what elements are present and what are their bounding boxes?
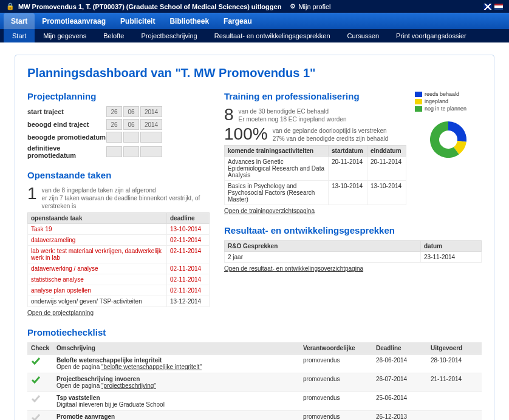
secondary-nav: StartMijn gegevensBelofteProjectbeschrij… — [0, 29, 509, 42]
nav1-tab-promotieaanvraag[interactable]: Promotieaanvraag — [35, 13, 113, 29]
table-row[interactable]: lab werk: test materiaal verkrijgen, daa… — [28, 246, 210, 263]
open-tasks-heading: Openstaande taken — [27, 170, 210, 180]
nav2-tab[interactable]: Start — [4, 29, 35, 42]
table-row[interactable]: dataverwerking / analyse02-11-2014 — [28, 263, 210, 274]
task-deadline: 13-12-2014 — [167, 296, 210, 307]
task-name: lab werk: test materiaal verkrijgen, daa… — [28, 246, 167, 263]
main-panel: Planningsdashboard van "T. MW Promovendu… — [15, 55, 494, 420]
table-row[interactable]: Basics in Psychology and Psychosocial Fa… — [225, 181, 406, 205]
col-end: einddatum — [367, 146, 406, 157]
open-tasks-count: 1 — [27, 185, 37, 202]
task-deadline: 02-11-2014 — [167, 274, 210, 285]
date-year[interactable] — [140, 146, 162, 157]
checklist-link[interactable]: "projectbeschrijving" — [101, 382, 156, 389]
nav1-tab-fargeau[interactable]: Fargeau — [216, 13, 259, 29]
date-day[interactable] — [106, 132, 122, 143]
lock-icon: 🔒 — [6, 2, 15, 10]
training-ec-num: 8 — [224, 106, 234, 123]
checklist-col: Uitgevoerd — [427, 342, 482, 354]
nav2-tab[interactable]: Print voortgangsdossier — [388, 29, 475, 42]
legend-label: reeds behaald — [425, 91, 459, 97]
plan-row: definitieve promotiedatum — [27, 144, 210, 159]
open-tasks-text: van de 8 ingeplande taken zijn al afgero… — [42, 185, 210, 210]
table-row[interactable]: 2 jaar23-11-2014 — [225, 252, 482, 263]
deadline-cell: 25-06-2014 — [372, 392, 427, 411]
nav2-tab[interactable]: Resultaat- en ontwikkelingsgesprekken — [206, 29, 339, 42]
col-deadline: deadline — [167, 213, 210, 224]
date-day[interactable] — [106, 146, 122, 157]
chart-legend: reeds behaaldingeplandnog in te plannen — [415, 91, 482, 112]
training-table: komende trainingsactiviteiten startdatum… — [224, 145, 406, 205]
nav2-tab[interactable]: Mijn gegevens — [35, 29, 95, 42]
checklist-row: Promotie aanvragenOpen de pagina "Promot… — [27, 411, 482, 421]
table-row[interactable]: Task 1913-10-2014 — [28, 224, 210, 235]
nav1-tab-publiciteit[interactable]: Publiciteit — [113, 13, 162, 29]
checklist-col: Omschrijving — [53, 342, 299, 354]
col-task: openstaande taak — [28, 213, 167, 224]
nav2-tab[interactable]: Belofte — [95, 29, 132, 42]
flag-uk-icon[interactable] — [483, 4, 492, 10]
open-projectplanning-link[interactable]: Open de projectplanning — [27, 310, 94, 316]
open-training-link[interactable]: Open de trainingoverzichtspagina — [224, 208, 315, 214]
date-year[interactable]: 2014 — [140, 106, 162, 117]
legend-swatch — [415, 106, 422, 112]
training-pct-num: 100% — [224, 126, 268, 143]
task-deadline: 02-11-2014 — [167, 263, 210, 274]
activity-name: Basics in Psychology and Psychosocial Fa… — [225, 181, 329, 205]
table-row[interactable]: statistische analyse02-11-2014 — [28, 274, 210, 285]
open-ro-link[interactable]: Open de resultaat- en ontwikkelingsoverz… — [224, 265, 363, 272]
col-ro-date: datum — [421, 241, 482, 252]
check-cell — [27, 373, 53, 392]
ro-date: 23-11-2014 — [421, 252, 482, 263]
date-day[interactable]: 26 — [106, 119, 122, 130]
checklist-table: CheckOmschrijvingVerantwoordelijkeDeadli… — [27, 342, 482, 420]
task-name: dataverwerking / analyse — [28, 263, 167, 274]
date-year[interactable]: 2014 — [140, 119, 162, 130]
nav1-tab-bibliotheek[interactable]: Bibliotheek — [162, 13, 216, 29]
nav2-tab[interactable]: Projectbeschrijving — [132, 29, 205, 42]
date-year[interactable] — [140, 132, 162, 143]
who-cell: promovendus — [299, 373, 372, 392]
task-deadline: 02-11-2014 — [167, 246, 210, 263]
legend-item: ingepland — [415, 98, 482, 104]
projectplanning-heading: Projectplanning — [27, 91, 210, 101]
deadline-cell: 26-12-2013 — [372, 411, 427, 421]
legend-item: reeds behaald — [415, 91, 482, 97]
date-month[interactable]: 06 — [123, 119, 139, 130]
exec-cell — [427, 411, 482, 421]
training-donut-chart — [415, 115, 482, 165]
topbar: 🔒 MW Promovendus 1, T. (PT00037) (Gradua… — [0, 0, 509, 13]
activity-start: 20-11-2014 — [329, 157, 367, 181]
nav1-tab-start[interactable]: Start — [4, 13, 35, 29]
activity-end: 20-11-2014 — [367, 157, 406, 181]
exec-cell — [427, 392, 482, 411]
deadline-cell: 26-06-2014 — [372, 354, 427, 373]
table-row[interactable]: onderwijs volgen/ geven/ TSP-activiteite… — [28, 296, 210, 307]
ro-table: R&O Gesprekken datum 2 jaar23-11-2014 — [224, 240, 482, 263]
profile-link[interactable]: ⚙ Mijn profiel — [290, 2, 330, 10]
checklist-col: Verantwoordelijke — [299, 342, 372, 354]
plan-label: beoogd eind traject — [27, 121, 106, 128]
date-day[interactable]: 26 — [106, 106, 122, 117]
checklist-link[interactable]: "belofte wetenschappelijke integriteit" — [101, 364, 202, 370]
desc-cell: Projectbeschrijving invoerenOpen de pagi… — [53, 373, 299, 392]
desc-cell: Promotie aanvragenOpen de pagina "Promot… — [53, 411, 299, 421]
date-month[interactable] — [123, 146, 139, 157]
check-cell — [27, 392, 53, 411]
date-month[interactable]: 06 — [123, 106, 139, 117]
activity-start: 13-10-2014 — [329, 181, 367, 205]
task-deadline: 02-11-2014 — [167, 235, 210, 246]
plan-row: start traject26062014 — [27, 106, 210, 117]
checklist-col: Check — [27, 342, 53, 354]
check-cell — [27, 354, 53, 373]
table-row[interactable]: dataverzameling02-11-2014 — [28, 235, 210, 246]
date-month[interactable] — [123, 132, 139, 143]
col-activity: komende trainingsactiviteiten — [225, 146, 329, 157]
topbar-title: MW Promovendus 1, T. (PT00037) (Graduate… — [18, 3, 281, 10]
legend-swatch — [415, 92, 422, 97]
nav2-tab[interactable]: Cursussen — [339, 29, 388, 42]
table-row[interactable]: analyse plan opstellen02-11-2014 — [28, 285, 210, 296]
task-name: onderwijs volgen/ geven/ TSP-activiteite… — [28, 296, 167, 307]
flag-nl-icon[interactable] — [494, 4, 503, 10]
table-row[interactable]: Advances in Genetic Epidemiological Rese… — [225, 157, 406, 181]
